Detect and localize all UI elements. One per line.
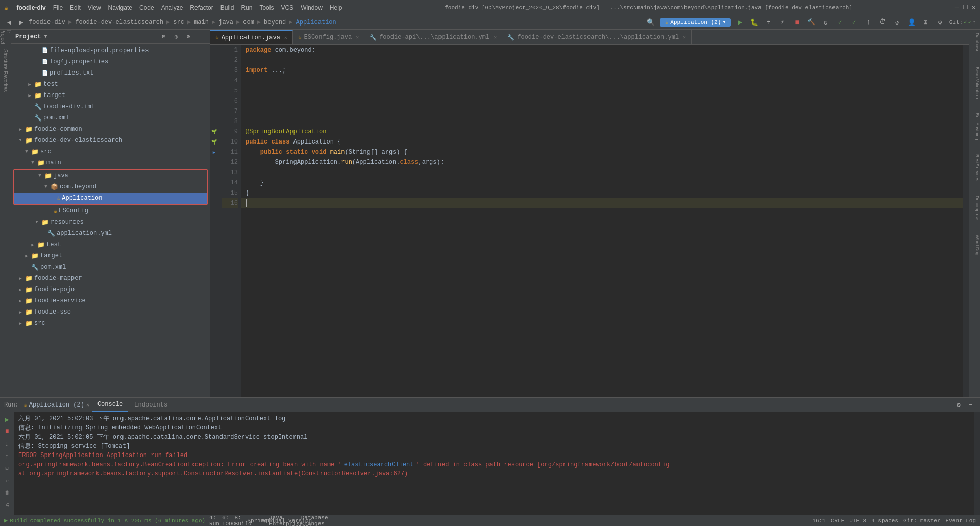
- menu-code[interactable]: Code: [139, 4, 154, 11]
- tree-item-src[interactable]: ▼ 📁 src: [11, 146, 210, 157]
- bottom-tab-build[interactable]: 8: Build: [238, 516, 248, 526]
- tree-item-main[interactable]: ▼ 📁 main: [11, 157, 210, 169]
- profile-button[interactable]: ⚡: [778, 17, 788, 28]
- run-anything-button[interactable]: Run Anything: [970, 112, 980, 141]
- print-button[interactable]: 🖨: [2, 500, 12, 510]
- tree-item-pom2[interactable]: 🔧 pom.xml: [11, 261, 210, 273]
- bottom-tab-run[interactable]: 4: Run: [209, 516, 219, 526]
- tab-application-java-close[interactable]: ✕: [284, 35, 287, 41]
- tree-item-foodie-pojo[interactable]: ▶ 📁 foodie-pojo: [11, 284, 210, 295]
- project-settings-button[interactable]: ⚙: [183, 32, 193, 42]
- tree-item-foodie-dev-es[interactable]: ▼ 📁 foodie-dev-elasticsearch: [11, 135, 210, 146]
- project-minimize-button[interactable]: –: [195, 32, 206, 42]
- menu-vcs[interactable]: VCS: [281, 4, 293, 11]
- project-tool-button[interactable]: 1: Project: [1, 32, 11, 42]
- word-dog-button[interactable]: Word Dog: [970, 234, 980, 256]
- menu-analyze[interactable]: Analyze: [161, 4, 183, 11]
- tree-item-target1[interactable]: ▶ 📁 target: [11, 90, 210, 101]
- indent[interactable]: 4 spaces: [871, 518, 898, 524]
- tree-item-foodie-sso[interactable]: ▶ 📁 foodie-sso: [11, 306, 210, 318]
- project-panel-dropdown[interactable]: ▼: [44, 34, 47, 39]
- encoding[interactable]: UTF-8: [849, 518, 866, 524]
- forward-button[interactable]: ▶: [16, 17, 27, 28]
- menu-build[interactable]: Build: [220, 4, 234, 11]
- menu-edit[interactable]: Edit: [70, 4, 81, 11]
- breadcrumb-foodie-div[interactable]: foodie-div: [29, 19, 65, 26]
- tree-item-src2[interactable]: ▶ 📁 src: [11, 318, 210, 329]
- wrap-button[interactable]: ↩: [2, 475, 12, 486]
- breadcrumb-java[interactable]: java: [218, 19, 233, 26]
- menu-run[interactable]: Run: [241, 4, 252, 11]
- git-push-button[interactable]: ↑: [864, 17, 874, 28]
- git-update-button[interactable]: ✓: [849, 17, 860, 28]
- tab-esconfig-java[interactable]: ☕ ESConfig.java ✕: [293, 30, 364, 44]
- menu-help[interactable]: Help: [330, 4, 342, 11]
- tree-item-foodie-div-iml[interactable]: 🔧 foodie-div.iml: [11, 101, 210, 112]
- breadcrumb-module[interactable]: foodie-dev-elasticsearch: [75, 19, 163, 26]
- tree-item-resources[interactable]: ▼ 📁 resources: [11, 217, 210, 228]
- breadcrumb-src[interactable]: src: [173, 19, 184, 26]
- tree-item-application[interactable]: ☕ Application: [14, 193, 207, 204]
- fold-button[interactable]: ⊡: [2, 463, 12, 473]
- git-annotate-button[interactable]: 👤: [906, 17, 917, 28]
- menu-refactor[interactable]: Refactor: [190, 4, 213, 11]
- code-content[interactable]: package com.beyond; import ...; @SpringB…: [241, 45, 963, 397]
- bottom-settings-button[interactable]: ⚙: [953, 400, 964, 410]
- tree-item-profiles[interactable]: 📄 profiles.txt: [11, 67, 210, 79]
- elasticsearch-client-link[interactable]: elasticsearchClient: [344, 460, 414, 469]
- tree-item-foodie-mapper[interactable]: ▶ 📁 foodie-mapper: [11, 273, 210, 284]
- tree-item-target2[interactable]: ▶ 📁 target: [11, 250, 210, 261]
- tab-foodie-api-yml[interactable]: 🔧 foodie-api\...\application.yml ✕: [364, 30, 502, 44]
- git-commit-button[interactable]: ✓: [835, 17, 845, 28]
- run-config-selector[interactable]: ☕ Application (2) ▼: [660, 18, 730, 27]
- tab-foodie-dev-es-yml[interactable]: 🔧 foodie-dev-elasticsearch\...\applicati…: [502, 30, 692, 44]
- tab-application-java[interactable]: ☕ Application.java ✕: [210, 30, 293, 44]
- breadcrumb-application[interactable]: Application: [296, 19, 336, 26]
- run-play-button[interactable]: ▶: [2, 414, 12, 424]
- tree-item-com-beyond[interactable]: ▼ 📦 com.beyond: [14, 181, 207, 193]
- menu-file[interactable]: File: [53, 4, 63, 11]
- tab-foodie-dev-es-yml-close[interactable]: ✕: [683, 34, 686, 40]
- tree-item-foodie-common[interactable]: ▶ 📁 foodie-common: [11, 124, 210, 135]
- menu-tools[interactable]: Tools: [259, 4, 274, 11]
- scroll-down-button[interactable]: ↓: [2, 439, 12, 449]
- bottom-tab-console[interactable]: Console: [92, 398, 128, 412]
- collapse-all-button[interactable]: ⊟: [159, 32, 169, 42]
- tab-foodie-api-yml-close[interactable]: ✕: [494, 34, 497, 40]
- close-button[interactable]: ✕: [972, 3, 976, 12]
- coverage-button[interactable]: ☂: [764, 17, 774, 28]
- favorites-tool-button[interactable]: Favorites: [1, 77, 11, 87]
- line-ending[interactable]: CRLF: [831, 518, 844, 524]
- bottom-tab-endpoints[interactable]: Endpoints: [129, 398, 173, 412]
- scroll-from-source-button[interactable]: ◎: [171, 32, 181, 42]
- sync-button[interactable]: ↻: [821, 17, 831, 28]
- tree-item-esconfig[interactable]: ☕ ESConfig: [11, 205, 210, 217]
- editor-scrollbar[interactable]: [963, 45, 969, 397]
- breadcrumb-com[interactable]: com: [243, 19, 254, 26]
- git-history-button[interactable]: ⏱: [878, 17, 888, 28]
- tree-item-java[interactable]: ▼ 📁 java: [14, 170, 207, 181]
- settings-button[interactable]: ⚙: [935, 17, 945, 28]
- breadcrumb-main[interactable]: main: [194, 19, 209, 26]
- minimize-button[interactable]: ─: [955, 3, 959, 12]
- tree-item-pom1[interactable]: 🔧 pom.xml: [11, 112, 210, 124]
- database-tool-button[interactable]: Database: [970, 32, 980, 54]
- console-scrollbar[interactable]: [974, 412, 980, 515]
- rollback-button[interactable]: ↺: [892, 17, 902, 28]
- run-button[interactable]: ▶: [735, 17, 745, 28]
- back-button[interactable]: ◀: [4, 17, 14, 28]
- tree-item-file-upload[interactable]: 📄 file-upload-prod.properties: [11, 45, 210, 56]
- maximize-button[interactable]: □: [963, 3, 967, 12]
- menu-navigate[interactable]: Navigate: [108, 4, 132, 11]
- tree-item-log4j[interactable]: 📄 log4j.properties: [11, 56, 210, 67]
- run-bottom-close[interactable]: ✕: [86, 402, 89, 408]
- bean-validation-button[interactable]: Bean Validation: [970, 66, 980, 100]
- bottom-tab-todo[interactable]: 6: TODO: [224, 516, 234, 526]
- debug-button[interactable]: 🐛: [749, 17, 760, 28]
- event-log-button[interactable]: Event Log: [946, 518, 976, 524]
- git-branch[interactable]: Git: master: [903, 518, 941, 524]
- tree-item-application-yml[interactable]: 🔧 application.yml: [11, 228, 210, 239]
- clear-button[interactable]: 🗑: [2, 488, 12, 498]
- rest-services-button[interactable]: RestServices: [970, 153, 980, 182]
- build-button[interactable]: 🔨: [806, 17, 817, 28]
